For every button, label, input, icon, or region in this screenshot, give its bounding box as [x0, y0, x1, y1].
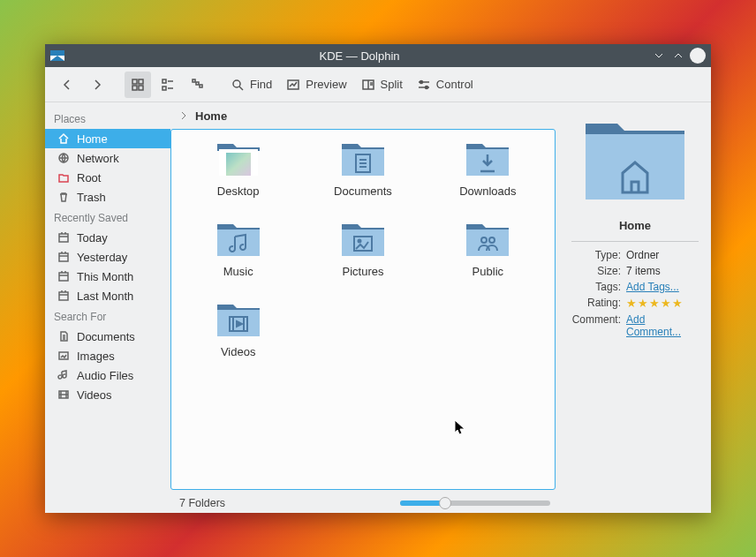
svg-rect-1 [139, 79, 143, 84]
dolphin-window: KDE — Dolphin Find [45, 44, 711, 513]
window-title: KDE — Dolphin [72, 49, 647, 63]
folder-icon [463, 219, 512, 260]
svg-rect-6 [193, 79, 195, 82]
status-text: 7 Folders [179, 497, 391, 509]
split-button[interactable]: Split [356, 72, 408, 98]
sidebar-item-audio-files[interactable]: Audio Files [45, 365, 170, 385]
root-icon [57, 171, 70, 184]
network-icon [57, 152, 70, 164]
sidebar-item-trash[interactable]: Trash [45, 187, 170, 207]
sidebar-item-images[interactable]: Images [45, 346, 170, 365]
info-title: Home [619, 219, 651, 232]
folder-label: Public [472, 265, 503, 278]
preview-label: Preview [306, 78, 346, 91]
add-tags-link[interactable]: Add Tags... [626, 281, 699, 293]
home-icon [57, 132, 70, 145]
sidebar-item-yesterday[interactable]: Yesterday [45, 247, 170, 267]
star-icon[interactable]: ★ [661, 297, 671, 310]
sidebar-item-label: Home [77, 132, 108, 146]
preview-button[interactable]: Preview [281, 72, 352, 98]
statusbar: 7 Folders [170, 493, 559, 513]
sidebar-item-last-month[interactable]: Last Month [45, 286, 170, 305]
info-rating-key: Rating: [571, 297, 621, 310]
sidebar-item-label: Root [77, 171, 101, 184]
sidebar-item-label: Videos [77, 388, 112, 402]
maximize-button[interactable] [670, 48, 686, 64]
sidebar-item-root[interactable]: Root [45, 168, 170, 187]
calendar-icon [57, 231, 70, 244]
breadcrumb-current: Home [195, 109, 227, 123]
image-icon [57, 350, 70, 362]
file-view[interactable]: DesktopDocumentsDownloadsMusicPicturesPu… [170, 129, 556, 490]
folder-label: Music [223, 265, 253, 278]
compact-view-button[interactable] [155, 72, 181, 98]
titlebar: KDE — Dolphin [45, 44, 711, 67]
zoom-slider[interactable] [400, 501, 550, 506]
folder-label: Downloads [459, 184, 516, 198]
folder-item-documents[interactable]: Documents [305, 139, 420, 198]
svg-rect-4 [163, 79, 166, 83]
folder-icon [214, 299, 263, 340]
svg-point-9 [233, 80, 240, 87]
star-icon[interactable]: ★ [638, 297, 648, 310]
audio-icon [57, 369, 70, 381]
folder-item-public[interactable]: Public [430, 219, 546, 278]
forward-button[interactable] [84, 72, 110, 98]
star-icon[interactable]: ★ [672, 297, 683, 310]
info-type-value: Ordner [626, 249, 699, 261]
back-button[interactable] [54, 72, 80, 98]
folder-item-desktop[interactable]: Desktop [180, 139, 296, 198]
folder-icon [338, 219, 388, 260]
sidebar-item-this-month[interactable]: This Month [45, 267, 170, 286]
sidebar-item-network[interactable]: Network [45, 148, 170, 168]
folder-icon [214, 219, 263, 260]
sidebar-item-label: Last Month [77, 290, 133, 303]
folder-item-downloads[interactable]: Downloads [430, 139, 546, 198]
icon-view-button[interactable] [125, 72, 151, 98]
sidebar: Places HomeNetworkRootTrash Recently Sav… [45, 102, 170, 513]
svg-rect-17 [59, 273, 68, 281]
sidebar-item-home[interactable]: Home [45, 129, 170, 148]
info-type-key: Type: [571, 249, 621, 261]
info-size-value: 7 items [626, 265, 699, 277]
info-size-key: Size: [571, 265, 621, 277]
sidebar-item-label: Audio Files [77, 369, 133, 382]
info-folder-icon [582, 115, 688, 203]
svg-rect-8 [200, 85, 202, 87]
folder-item-videos[interactable]: Videos [180, 299, 296, 358]
star-icon[interactable]: ★ [626, 297, 637, 310]
sidebar-item-label: Network [77, 152, 119, 165]
details-view-button[interactable] [185, 72, 211, 98]
sidebar-item-videos[interactable]: Videos [45, 385, 170, 404]
control-button[interactable]: Control [412, 72, 479, 98]
close-button[interactable] [690, 48, 706, 64]
folder-item-pictures[interactable]: Pictures [305, 219, 420, 278]
minimize-button[interactable] [651, 48, 667, 64]
trash-icon [57, 191, 70, 203]
star-icon[interactable]: ★ [649, 297, 660, 310]
info-tags-key: Tags: [571, 281, 621, 293]
calendar-icon [57, 290, 70, 302]
sidebar-item-label: Trash [77, 191, 106, 204]
folder-item-music[interactable]: Music [180, 219, 296, 278]
svg-rect-30 [466, 230, 509, 256]
chevron-right-icon [179, 111, 188, 120]
sidebar-item-documents[interactable]: Documents [45, 327, 170, 346]
svg-rect-27 [342, 230, 384, 256]
info-separator [571, 241, 699, 242]
sidebar-item-today[interactable]: Today [45, 228, 170, 247]
svg-rect-22 [226, 153, 251, 176]
toolbar: Find Preview Split Control [45, 67, 711, 102]
rating-stars[interactable]: ★ ★ ★ ★ ★ [626, 297, 699, 310]
add-comment-link[interactable]: Add Comment... [626, 313, 699, 338]
breadcrumb[interactable]: Home [170, 102, 559, 129]
folder-label: Pictures [343, 265, 384, 278]
find-button[interactable]: Find [225, 72, 277, 98]
control-label: Control [436, 78, 473, 91]
main-area: Home DesktopDocumentsDownloadsMusicPictu… [170, 102, 559, 513]
split-label: Split [381, 78, 403, 91]
svg-point-29 [358, 240, 360, 243]
folder-icon [338, 139, 388, 179]
svg-point-12 [420, 80, 422, 83]
sidebar-item-label: Today [77, 231, 108, 245]
